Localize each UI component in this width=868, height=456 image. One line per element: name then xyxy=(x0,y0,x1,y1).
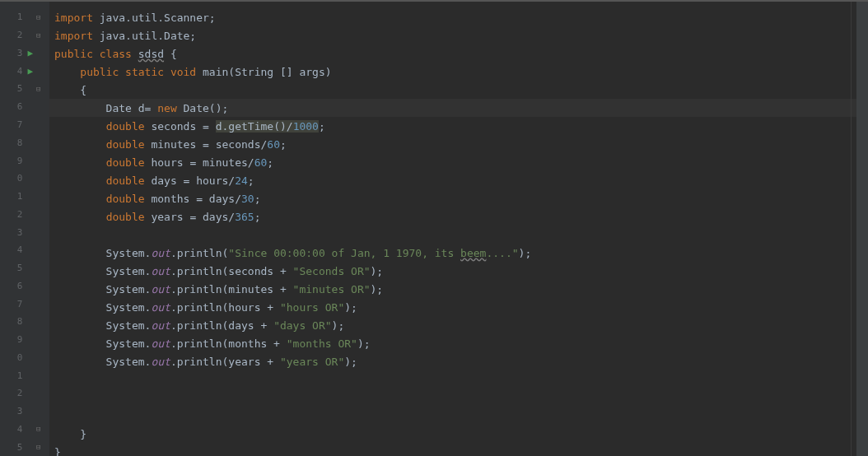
code-token: public class xyxy=(54,48,138,60)
code-line[interactable]: double months = days/30; xyxy=(49,189,868,207)
code-editor[interactable]: 1▶⊟2▶⊟3▶4▶5▶⊟6▶💡7▶8▶9▶0▶1▶2▶3▶4▶5▶6▶7▶8▶… xyxy=(0,0,868,456)
code-line[interactable]: double days = hours/24; xyxy=(49,171,868,189)
code-line[interactable]: Date d= new Date(); xyxy=(49,99,868,117)
gutter-row[interactable]: 3▶ xyxy=(0,44,49,63)
fold-icon[interactable]: ⊟ xyxy=(36,31,44,40)
code-token: Date d= xyxy=(54,102,157,114)
code-token: days = hours/ xyxy=(151,174,235,187)
code-line[interactable]: System.out.println(months + "months OR")… xyxy=(49,334,868,352)
code-line[interactable] xyxy=(49,407,868,425)
code-token: .println(years + xyxy=(170,356,280,368)
gutter-row[interactable]: 8▶ xyxy=(0,133,49,151)
code-token: ); xyxy=(332,319,345,332)
code-token: d.getTime()/ xyxy=(216,120,293,133)
code-line[interactable]: double seconds = d.getTime()/1000; xyxy=(49,117,868,135)
code-token: "days OR" xyxy=(273,319,331,332)
gutter-row[interactable]: 8▶ xyxy=(0,313,49,331)
fold-icon[interactable]: ⊟ xyxy=(36,85,44,93)
gutter-row[interactable]: 0▶ xyxy=(0,349,49,367)
line-number: 6 xyxy=(7,281,22,291)
gutter-row[interactable]: 5▶⊟ xyxy=(0,80,49,98)
line-number: 2 xyxy=(7,30,22,40)
gutter-row[interactable]: 4▶⊟ xyxy=(0,421,49,439)
right-margin-line xyxy=(851,2,852,456)
line-number: 1 xyxy=(7,191,22,202)
gutter-row[interactable]: 1▶ xyxy=(0,188,49,206)
code-token: ); xyxy=(357,337,371,350)
code-token: out xyxy=(151,247,170,259)
code-line[interactable] xyxy=(49,370,868,389)
code-token: System. xyxy=(54,337,151,350)
code-token: ...." xyxy=(486,247,518,259)
gutter-row[interactable]: 7▶ xyxy=(0,116,49,134)
gutter-row[interactable]: 2▶ xyxy=(0,205,49,223)
code-area[interactable]: import java.util.Scanner;import java.uti… xyxy=(49,2,868,456)
code-token: ); xyxy=(371,283,384,295)
gutter-row[interactable]: 9▶ xyxy=(0,331,49,349)
code-token: double xyxy=(106,211,152,223)
line-number: 4 xyxy=(7,244,22,255)
code-token: seconds = xyxy=(151,120,215,133)
gutter-row[interactable]: 4▶ xyxy=(0,241,49,259)
code-line[interactable]: System.out.println(days + "days OR"); xyxy=(49,316,868,334)
gutter-row[interactable]: 1▶ xyxy=(0,366,49,384)
gutter-row[interactable]: 9▶ xyxy=(0,151,49,170)
scrollbar[interactable] xyxy=(856,2,868,456)
code-line[interactable]: System.out.println(seconds + "Seconds OR… xyxy=(49,262,868,280)
line-number: 0 xyxy=(7,352,22,363)
gutter-row[interactable]: 6▶💡 xyxy=(0,98,49,116)
gutter-row[interactable]: 2▶ xyxy=(0,384,49,402)
line-number: 7 xyxy=(7,299,22,309)
gutter-row[interactable]: 5▶ xyxy=(0,259,49,277)
code-token: ); xyxy=(519,247,532,259)
code-token: .println(seconds + xyxy=(170,265,293,277)
code-line[interactable]: double hours = minutes/60; xyxy=(49,153,868,171)
fold-icon[interactable]: ⊟ xyxy=(36,443,44,451)
code-line[interactable] xyxy=(49,389,868,407)
code-line[interactable]: System.out.println(years + "years OR"); xyxy=(49,352,868,370)
code-token: beem xyxy=(460,247,486,259)
run-icon[interactable]: ▶ xyxy=(27,66,33,77)
gutter-row[interactable]: 1▶⊟ xyxy=(0,8,49,26)
code-token xyxy=(54,156,106,169)
code-line[interactable]: System.out.println("Since 00:00:00 of Ja… xyxy=(49,244,868,262)
code-line[interactable]: import java.util.Date; xyxy=(49,26,868,44)
code-token: new xyxy=(157,102,183,114)
line-number: 3 xyxy=(7,48,22,58)
code-line[interactable]: double minutes = seconds/60; xyxy=(49,135,868,153)
code-token: out xyxy=(151,265,170,277)
gutter-row[interactable]: 6▶ xyxy=(0,277,49,295)
gutter-row[interactable]: 2▶⊟ xyxy=(0,26,49,44)
code-token: out xyxy=(151,337,170,350)
code-token: .println( xyxy=(170,247,228,259)
code-line[interactable]: System.out.println(hours + "hours OR"); xyxy=(49,298,868,316)
gutter-row[interactable]: 3▶ xyxy=(0,223,49,241)
code-line[interactable]: double years = days/365; xyxy=(49,207,868,226)
gutter-row[interactable]: 7▶ xyxy=(0,295,49,313)
code-line[interactable]: public class sdsd { xyxy=(49,44,868,63)
code-token: "months OR" xyxy=(287,337,357,350)
code-token: "Since 00:00:00 of Jan, 1 1970, its xyxy=(228,247,460,259)
code-line[interactable]: System.out.println(minutes + "minutes OR… xyxy=(49,280,868,298)
fold-icon[interactable]: ⊟ xyxy=(36,425,44,433)
gutter-row[interactable]: 0▶ xyxy=(0,170,49,188)
code-token: out xyxy=(151,356,170,368)
gutter[interactable]: 1▶⊟2▶⊟3▶4▶5▶⊟6▶💡7▶8▶9▶0▶1▶2▶3▶4▶5▶6▶7▶8▶… xyxy=(0,2,49,456)
line-number: 5 xyxy=(7,442,22,453)
fold-icon[interactable]: ⊟ xyxy=(36,13,44,21)
line-number: 5 xyxy=(7,263,22,273)
code-line[interactable]: } xyxy=(49,425,868,443)
code-line[interactable] xyxy=(49,226,868,244)
gutter-row[interactable]: 3▶ xyxy=(0,402,49,421)
code-line[interactable]: } xyxy=(49,443,868,456)
gutter-row[interactable]: 5▶⊟ xyxy=(0,438,49,456)
code-line[interactable]: { xyxy=(49,81,868,99)
gutter-row[interactable]: 4▶ xyxy=(0,62,49,80)
code-token: months = days/ xyxy=(151,193,241,205)
code-line[interactable]: public static void main(String [] args) xyxy=(49,63,868,81)
code-token xyxy=(54,120,106,133)
run-icon[interactable]: ▶ xyxy=(27,48,33,58)
code-line[interactable]: import java.util.Scanner; xyxy=(49,8,868,26)
code-token: main(String [] args) xyxy=(203,66,332,78)
code-token: 365 xyxy=(235,211,254,223)
